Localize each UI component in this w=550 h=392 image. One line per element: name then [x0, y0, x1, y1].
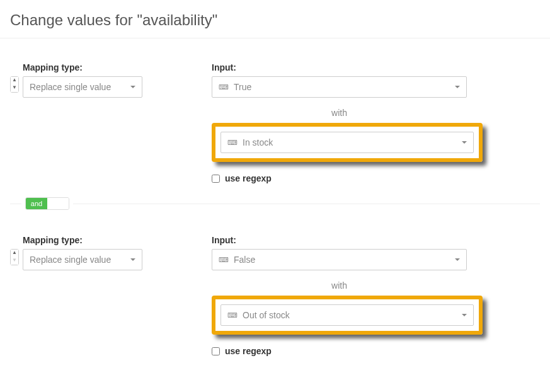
mapping-type-value: Replace single value: [30, 82, 111, 92]
input-label: Input:: [212, 62, 540, 72]
input-value-text: False: [234, 255, 255, 265]
with-label: with: [212, 280, 467, 291]
output-value-select[interactable]: ⌨ Out of stock: [221, 304, 474, 326]
chevron-down-icon: [130, 258, 135, 261]
output-value-text: In stock: [243, 137, 273, 147]
chevron-down-icon: [130, 86, 135, 88]
with-label: with: [212, 108, 467, 118]
divider-line: [10, 204, 21, 204]
keyboard-icon: ⌨: [219, 83, 229, 91]
logic-toggle[interactable]: and: [25, 197, 69, 210]
reorder-controls: ▲ ▼: [10, 76, 19, 93]
mapping-type-select[interactable]: Replace single value: [23, 76, 142, 98]
page-title: Change values for "availability": [0, 0, 550, 38]
output-value-select[interactable]: ⌨ In stock: [221, 132, 474, 153]
keyboard-icon: ⌨: [227, 139, 238, 147]
divider-line: [73, 204, 540, 204]
use-regexp-label: use regexp: [225, 346, 272, 356]
chevron-down-icon: [462, 314, 467, 316]
mapping-type-select[interactable]: Replace single value: [23, 249, 142, 270]
keyboard-icon: ⌨: [219, 256, 229, 264]
mapping-type-label: Mapping type:: [23, 62, 142, 72]
use-regexp-row[interactable]: use regexp: [212, 346, 540, 356]
mapping-rule: ▲ ▼ Mapping type: Replace single value I…: [0, 38, 550, 196]
input-label: Input:: [212, 235, 540, 245]
output-highlight: ⌨ Out of stock: [212, 296, 483, 335]
use-regexp-label: use regexp: [225, 173, 272, 183]
use-regexp-checkbox[interactable]: [212, 175, 220, 183]
use-regexp-row[interactable]: use regexp: [212, 173, 540, 183]
output-highlight: ⌨ In stock: [212, 123, 483, 162]
reorder-controls: ▲ ▼: [10, 249, 19, 265]
move-up-button[interactable]: ▲: [11, 77, 18, 84]
keyboard-icon: ⌨: [227, 311, 238, 320]
move-up-button[interactable]: ▲: [11, 250, 18, 257]
logic-and[interactable]: and: [26, 198, 47, 209]
chevron-down-icon: [455, 86, 460, 88]
mapping-type-value: Replace single value: [30, 255, 111, 265]
move-down-button: ▼: [11, 257, 18, 265]
chevron-down-icon: [462, 141, 467, 144]
mapping-rule: ▲ ▼ Mapping type: Replace single value I…: [0, 211, 550, 369]
chevron-down-icon: [455, 258, 460, 261]
input-value-select[interactable]: ⌨ True: [212, 76, 467, 98]
rule-separator: and: [0, 196, 550, 211]
input-value-select[interactable]: ⌨ False: [212, 249, 467, 270]
output-value-text: Out of stock: [243, 310, 290, 320]
input-value-text: True: [234, 82, 251, 92]
mapping-type-label: Mapping type:: [23, 235, 142, 245]
move-down-button[interactable]: ▼: [11, 84, 18, 92]
logic-or[interactable]: [47, 198, 69, 209]
use-regexp-checkbox[interactable]: [212, 347, 220, 355]
